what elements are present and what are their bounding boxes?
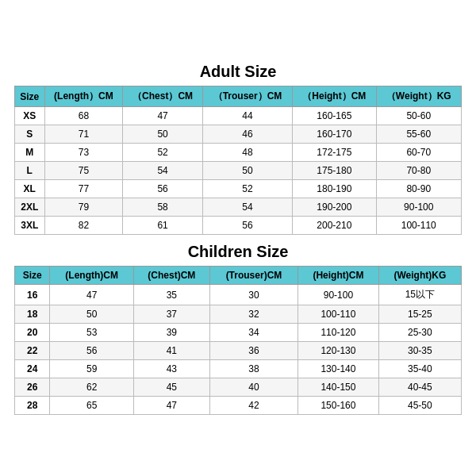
children-cell-5-3: 40 (209, 378, 298, 397)
adult-header-cell-4: （Height）CM (293, 86, 376, 107)
adult-cell-6-1: 82 (44, 217, 123, 235)
adult-cell-1-4: 160-170 (293, 125, 376, 144)
children-cell-4-3: 38 (209, 360, 298, 378)
adult-table-row: 2XL795854190-20090-100 (15, 198, 462, 217)
children-table-row: 1647353090-10015以下 (15, 285, 462, 305)
adult-cell-1-3: 46 (202, 125, 292, 144)
adult-table-row: XL775652180-19080-90 (15, 180, 462, 198)
adult-cell-6-3: 56 (202, 217, 292, 235)
children-cell-4-1: 59 (50, 360, 133, 378)
adult-table-row: M735248172-17560-70 (15, 144, 462, 162)
adult-cell-1-1: 71 (44, 125, 123, 144)
children-cell-6-2: 47 (133, 397, 209, 415)
adult-cell-3-2: 54 (123, 162, 202, 180)
children-header-cell-2: (Chest)CM (133, 267, 209, 285)
adult-table-body: XS684744160-16550-60S715046160-17055-60M… (15, 107, 462, 235)
adult-cell-4-1: 77 (44, 180, 123, 198)
children-cell-6-5: 45-50 (378, 397, 461, 415)
adult-cell-5-3: 54 (202, 198, 292, 217)
children-cell-6-4: 150-160 (298, 397, 379, 415)
children-cell-2-5: 25-30 (378, 324, 461, 342)
adult-cell-5-2: 58 (123, 198, 202, 217)
adult-table-row: S715046160-17055-60 (15, 125, 462, 144)
children-cell-0-1: 47 (50, 285, 133, 305)
children-cell-1-4: 100-110 (298, 305, 379, 324)
adult-cell-4-5: 80-90 (376, 180, 461, 198)
adult-cell-0-1: 68 (44, 107, 123, 125)
adult-header-cell-1: (Length）CM (44, 86, 123, 107)
children-cell-0-2: 35 (133, 285, 209, 305)
children-table-row: 24594338130-14035-40 (15, 360, 462, 378)
children-cell-5-1: 62 (50, 378, 133, 397)
adult-table-row: XS684744160-16550-60 (15, 107, 462, 125)
adult-header-row: Size(Length）CM（Chest）CM（Trouser）CM（Heigh… (15, 86, 462, 107)
children-header-cell-4: (Height)CM (298, 267, 379, 285)
children-table-row: 22564136120-13030-35 (15, 342, 462, 360)
children-cell-3-1: 56 (50, 342, 133, 360)
children-table-row: 20533934110-12025-30 (15, 324, 462, 342)
adult-size-title: Adult Size (14, 58, 462, 86)
children-cell-4-4: 130-140 (298, 360, 379, 378)
adult-cell-0-4: 160-165 (293, 107, 376, 125)
children-cell-0-5: 15以下 (378, 285, 461, 305)
children-cell-3-4: 120-130 (298, 342, 379, 360)
children-cell-1-0: 18 (15, 305, 50, 324)
children-size-title: Children Size (14, 238, 462, 266)
adult-header-cell-3: （Trouser）CM (202, 86, 292, 107)
children-cell-6-1: 65 (50, 397, 133, 415)
adult-header-cell-5: （Weight）KG (376, 86, 461, 107)
children-cell-3-3: 36 (209, 342, 298, 360)
adult-cell-5-5: 90-100 (376, 198, 461, 217)
adult-cell-6-2: 61 (123, 217, 202, 235)
adult-cell-6-4: 200-210 (293, 217, 376, 235)
children-cell-3-5: 30-35 (378, 342, 461, 360)
children-cell-5-2: 45 (133, 378, 209, 397)
adult-cell-6-0: 3XL (15, 217, 45, 235)
size-chart-container: Adult Size Size(Length）CM（Chest）CM（Trous… (8, 52, 468, 424)
children-cell-6-3: 42 (209, 397, 298, 415)
adult-table-row: L755450175-18070-80 (15, 162, 462, 180)
adult-header-cell-2: （Chest）CM (123, 86, 202, 107)
children-cell-1-1: 50 (50, 305, 133, 324)
children-cell-0-3: 30 (209, 285, 298, 305)
children-cell-5-4: 140-150 (298, 378, 379, 397)
adult-header-cell-0: Size (15, 86, 45, 107)
children-cell-3-0: 22 (15, 342, 50, 360)
adult-cell-1-5: 55-60 (376, 125, 461, 144)
adult-cell-0-5: 50-60 (376, 107, 461, 125)
children-cell-1-5: 15-25 (378, 305, 461, 324)
children-header-row: Size(Length)CM(Chest)CM(Trouser)CM(Heigh… (15, 267, 462, 285)
children-table-row: 18503732100-11015-25 (15, 305, 462, 324)
adult-cell-2-4: 172-175 (293, 144, 376, 162)
children-cell-2-0: 20 (15, 324, 50, 342)
children-cell-0-0: 16 (15, 285, 50, 305)
adult-cell-3-5: 70-80 (376, 162, 461, 180)
adult-cell-2-0: M (15, 144, 45, 162)
adult-cell-1-0: S (15, 125, 45, 144)
adult-cell-2-1: 73 (44, 144, 123, 162)
adult-cell-0-0: XS (15, 107, 45, 125)
children-cell-2-4: 110-120 (298, 324, 379, 342)
children-cell-0-4: 90-100 (298, 285, 379, 305)
children-cell-4-5: 35-40 (378, 360, 461, 378)
children-cell-2-1: 53 (50, 324, 133, 342)
adult-size-table: Size(Length）CM（Chest）CM（Trouser）CM（Heigh… (14, 86, 462, 235)
children-table-body: 1647353090-10015以下18503732100-11015-2520… (15, 285, 462, 415)
children-header-cell-0: Size (15, 267, 50, 285)
adult-table-row: 3XL826156200-210100-110 (15, 217, 462, 235)
adult-cell-5-0: 2XL (15, 198, 45, 217)
adult-cell-4-0: XL (15, 180, 45, 198)
adult-cell-3-0: L (15, 162, 45, 180)
children-table-header: Size(Length)CM(Chest)CM(Trouser)CM(Heigh… (15, 267, 462, 285)
children-size-table: Size(Length)CM(Chest)CM(Trouser)CM(Heigh… (14, 266, 462, 415)
adult-cell-5-1: 79 (44, 198, 123, 217)
adult-cell-5-4: 190-200 (293, 198, 376, 217)
children-cell-1-2: 37 (133, 305, 209, 324)
adult-cell-0-3: 44 (202, 107, 292, 125)
adult-cell-3-3: 50 (202, 162, 292, 180)
adult-cell-3-1: 75 (44, 162, 123, 180)
children-cell-4-2: 43 (133, 360, 209, 378)
children-header-cell-3: (Trouser)CM (209, 267, 298, 285)
adult-cell-6-5: 100-110 (376, 217, 461, 235)
children-cell-6-0: 28 (15, 397, 50, 415)
